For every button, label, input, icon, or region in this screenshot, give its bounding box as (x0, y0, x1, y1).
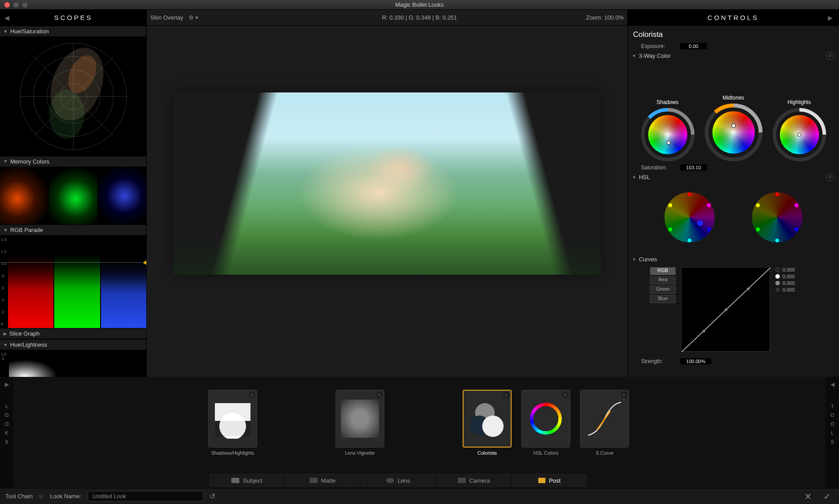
svg-point-33 (775, 239, 779, 243)
window-controls (4, 2, 28, 8)
chevron-down-icon: ▼ (4, 159, 8, 164)
vectorscope[interactable] (0, 37, 146, 156)
gear-icon[interactable]: ⚙ ▾ (189, 14, 199, 21)
close-window-icon[interactable] (4, 2, 10, 8)
remove-tool-icon[interactable]: ⊘ (562, 392, 569, 398)
three-way-header[interactable]: ▼ 3-Way Color ↺ (632, 51, 835, 61)
wheel-label-shadows: Shadows (657, 99, 678, 105)
stage-subject[interactable]: Subject (209, 473, 285, 488)
saturation-param[interactable]: Saturation: 103.10 (632, 163, 835, 172)
tool-label: Shadows/Highlights (211, 450, 254, 456)
scopes-panel-header: ◀ SCOPES (0, 10, 147, 26)
looks-drawer-tab[interactable]: ▶ LOOKS (0, 377, 13, 488)
highlights-wheel[interactable] (773, 108, 826, 161)
tool-shadows-highlights[interactable]: ⊘ (208, 390, 257, 448)
remove-tool-icon[interactable]: ⊘ (621, 392, 627, 398)
scope-header-memory[interactable]: ▼ Memory Colors (0, 156, 146, 167)
memory-colors-scope[interactable] (0, 167, 146, 224)
curve-channel-rgb[interactable]: RGB (650, 267, 676, 275)
window-titlebar: Magic Bullet Looks (0, 0, 839, 10)
curve-channel-blue[interactable]: Blue (650, 295, 676, 303)
lookname-label: Look Name: (50, 493, 81, 500)
viewer[interactable] (147, 26, 627, 377)
param-value[interactable]: 100.00% (680, 358, 711, 364)
hsl-header[interactable]: ▼ HSL ↺ (632, 172, 835, 182)
remove-tool-icon[interactable]: ⊘ (376, 392, 383, 398)
param-value[interactable]: 103.10 (680, 164, 707, 171)
remove-tool-icon[interactable]: ⊘ (503, 392, 509, 398)
controls-panel-header: CONTROLS ▶ (627, 10, 839, 26)
revert-icon[interactable]: ↺ (210, 492, 215, 500)
tool-colorista[interactable]: ⊘ (463, 390, 512, 448)
curve-channel-red[interactable]: Red (650, 276, 676, 284)
svg-point-9 (49, 90, 85, 139)
tool-hsl-colors[interactable]: ⊘ (521, 390, 570, 448)
scope-header-hue-sat[interactable]: ▼ Hue/Saturation (0, 26, 146, 37)
reset-icon[interactable]: ↺ (826, 52, 834, 60)
shadows-wheel[interactable] (641, 108, 694, 161)
remove-tool-icon[interactable]: ⊘ (249, 392, 255, 398)
reset-icon[interactable]: ↺ (826, 173, 834, 181)
stage-post[interactable]: Post (511, 473, 588, 488)
tool-label: Colorista (477, 450, 496, 456)
tool-lens-vignette[interactable]: ⊘ (335, 390, 384, 448)
scope-header-hue-light[interactable]: ▼ Hue/Lightness (0, 339, 146, 350)
tool-s-curve[interactable]: ⊘ (580, 390, 629, 448)
scope-label: Memory Colors (10, 158, 49, 165)
scopes-panel: ▼ Hue/Saturation ▼ Memory Colors (0, 26, 147, 377)
stage-lens[interactable]: Lens (360, 473, 436, 488)
footer-bar: Tool Chain ⊘ Look Name: Untitled Look ↺ … (0, 488, 839, 504)
hue-lightness-scope[interactable]: 1.0.9 (0, 350, 146, 377)
svg-point-25 (687, 239, 691, 243)
svg-point-35 (756, 204, 760, 208)
stage-matte[interactable]: Matte (284, 473, 361, 488)
lookname-input[interactable]: Untitled Look (88, 491, 203, 501)
tool-chain[interactable]: ⊘ Shadows/Highlights ⊘ Lens Vignette (13, 377, 826, 473)
scope-header-parade[interactable]: ▼ RGB Parade (0, 224, 146, 236)
minimize-window-icon[interactable] (13, 2, 19, 8)
tools-drawer-tab[interactable]: ◀ TOOLS (826, 377, 839, 488)
scope-header-slice[interactable]: ▶ Slice Graph (0, 328, 146, 339)
param-value[interactable]: 0.00 (680, 43, 707, 49)
svg-point-16 (712, 111, 754, 153)
parade-scale: 1.41.2 1.0.8 .6.4 .20 (1, 237, 7, 326)
rgb-parade-scope[interactable]: 1.41.2 1.0.8 .6.4 .20 (0, 236, 146, 328)
curves-header[interactable]: ▼ Curves (632, 254, 835, 264)
section-label: 3-Way Color (639, 52, 671, 59)
controls-collapse-icon[interactable]: ▶ (828, 14, 835, 21)
zoom-readout[interactable]: Zoom: 100.0% (586, 14, 624, 21)
toolchain-reset-icon[interactable]: ⊘ (39, 493, 44, 500)
scopes-title: SCOPES (54, 14, 93, 21)
apply-button[interactable]: ✓ (821, 491, 834, 502)
scope-label: RGB Parade (10, 227, 43, 233)
svg-point-43 (219, 413, 246, 439)
app-title: Magic Bullet Looks (395, 1, 444, 8)
cancel-button[interactable]: ✕ (802, 491, 815, 502)
chevron-right-icon: ▶ (5, 381, 9, 388)
hsl-hue-wheel[interactable] (661, 188, 718, 246)
curve-channel-green[interactable]: Green (650, 286, 676, 294)
svg-point-24 (707, 228, 711, 232)
post-stage-icon (538, 478, 545, 483)
svg-point-34 (756, 228, 760, 232)
skin-overlay-toggle[interactable]: Skin Overlay (150, 14, 183, 21)
toolchain-area: ▶ LOOKS ⊘ Shadows/Highlights ⊘ (0, 377, 839, 488)
stage-camera[interactable]: Camera (436, 473, 512, 488)
memory-red (0, 167, 49, 224)
zoom-window-icon[interactable] (22, 2, 28, 8)
tool-label: Lens Vignette (345, 450, 375, 456)
chevron-down-icon: ▼ (632, 54, 636, 58)
scopes-collapse-icon[interactable]: ◀ (4, 14, 11, 21)
svg-point-32 (795, 228, 799, 232)
midtones-wheel[interactable] (705, 104, 762, 161)
exposure-param[interactable]: Exposure: 0.00 (632, 42, 835, 51)
hsl-sat-wheel[interactable] (748, 188, 806, 246)
param-label: Strength: (641, 358, 677, 364)
svg-point-31 (795, 204, 799, 208)
strength-param[interactable]: Strength: 100.00% (632, 357, 835, 366)
curves-graph[interactable] (681, 267, 770, 352)
curve-point-values: 0.000 0.000 0.000 0.000 (775, 267, 795, 352)
stage-tabs: Subject Matte Lens Camera Post (13, 473, 826, 488)
current-tool-name: Colorista (633, 30, 835, 39)
scope-label: Hue/Saturation (10, 28, 49, 35)
